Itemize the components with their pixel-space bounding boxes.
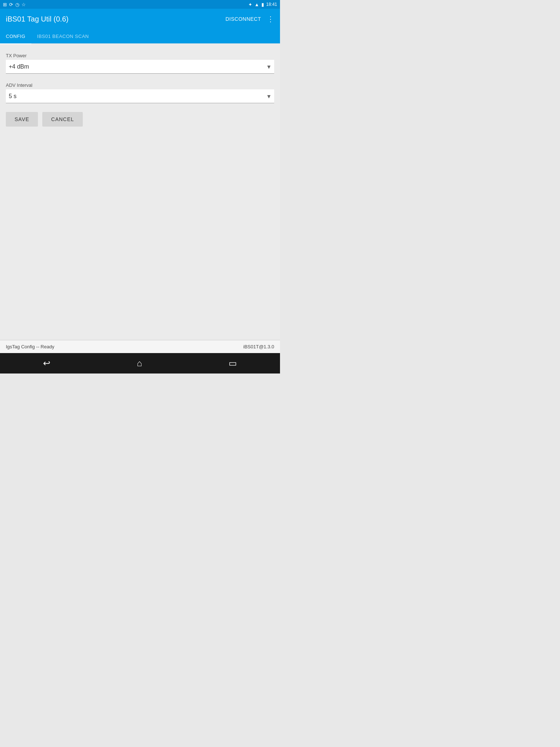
recent-apps-button[interactable]: ▭ — [217, 355, 249, 371]
notification-icon: ⊞ — [3, 2, 7, 7]
disconnect-button[interactable]: DISCONNECT — [225, 16, 261, 22]
back-button[interactable]: ↩ — [31, 355, 62, 371]
adv-interval-select-wrapper: 100 ms 200 ms 500 ms 1 s 2 s 5 s 10 s ▾ — [6, 89, 274, 103]
home-icon: ⌂ — [137, 358, 142, 368]
android-icon: ☆ — [22, 2, 26, 7]
nav-bar: ↩ ⌂ ▭ — [0, 353, 280, 374]
save-button[interactable]: SAVE — [6, 112, 38, 127]
main-content: TX Power -20 dBm -16 dBm -12 dBm -8 dBm … — [0, 44, 280, 340]
more-options-button[interactable]: ⋮ — [267, 15, 274, 23]
tx-power-select[interactable]: -20 dBm -16 dBm -12 dBm -8 dBm -4 dBm 0 … — [6, 60, 274, 73]
time-display: 18:41 — [266, 2, 277, 7]
tab-bar: CONFIG IBS01 BEACON SCAN — [0, 29, 280, 44]
home-button[interactable]: ⌂ — [125, 355, 154, 371]
tx-power-select-wrapper: -20 dBm -16 dBm -12 dBm -8 dBm -4 dBm 0 … — [6, 60, 274, 74]
adv-interval-select[interactable]: 100 ms 200 ms 500 ms 1 s 2 s 5 s 10 s — [6, 89, 274, 103]
status-right-text: iBS01T@1.3.0 — [243, 344, 274, 349]
sync-icon: ⟳ — [9, 2, 13, 7]
tx-power-group: TX Power -20 dBm -16 dBm -12 dBm -8 dBm … — [6, 53, 274, 74]
status-bar-left-icons: ⊞ ⟳ ◷ ☆ — [3, 2, 26, 7]
alarm-icon: ◷ — [15, 2, 19, 7]
status-bar: ⊞ ⟳ ◷ ☆ ✦ ▲ ▮ 18:41 — [0, 0, 280, 9]
tx-power-label: TX Power — [6, 53, 274, 58]
status-footer: IgsTag Config -- Ready iBS01T@1.3.0 — [0, 340, 280, 353]
app-title: iBS01 Tag Util (0.6) — [6, 15, 225, 23]
app-bar: iBS01 Tag Util (0.6) DISCONNECT ⋮ — [0, 9, 280, 29]
wifi-icon: ▲ — [254, 2, 259, 7]
app-bar-actions: DISCONNECT ⋮ — [225, 15, 274, 23]
battery-icon: ▮ — [261, 2, 264, 7]
adv-interval-group: ADV Interval 100 ms 200 ms 500 ms 1 s 2 … — [6, 82, 274, 103]
recent-apps-icon: ▭ — [229, 358, 237, 368]
bluetooth-icon: ✦ — [248, 2, 252, 7]
tab-ibs01-beacon-scan[interactable]: IBS01 BEACON SCAN — [31, 29, 95, 43]
status-left-text: IgsTag Config -- Ready — [6, 344, 54, 349]
back-icon: ↩ — [43, 358, 50, 368]
tab-config[interactable]: CONFIG — [0, 29, 31, 43]
cancel-button[interactable]: CANCEL — [42, 112, 83, 127]
adv-interval-label: ADV Interval — [6, 82, 274, 88]
status-bar-right-icons: ✦ ▲ ▮ 18:41 — [248, 2, 277, 7]
button-row: SAVE CANCEL — [6, 112, 274, 127]
